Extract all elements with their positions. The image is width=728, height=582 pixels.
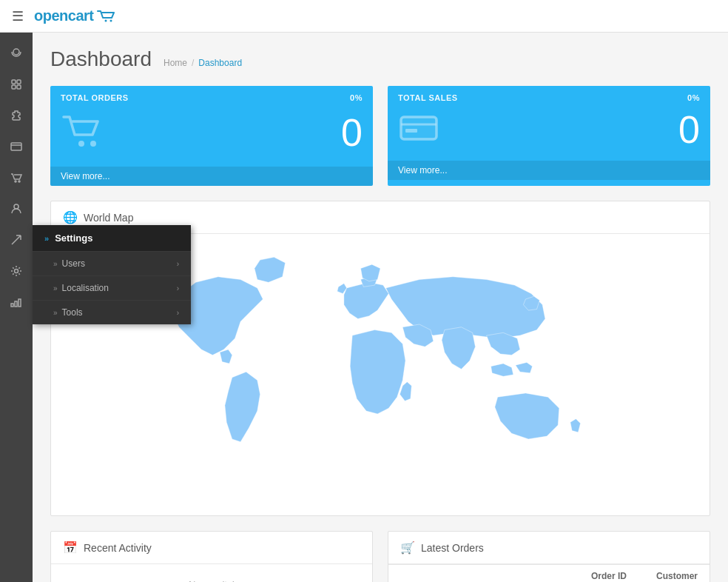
svg-point-0 bbox=[105, 19, 107, 21]
svg-rect-7 bbox=[11, 143, 21, 150]
recent-activity-title: Recent Activity bbox=[84, 542, 152, 554]
stat-card-total-orders: TOTAL ORDERS 0% 0 View more... bbox=[50, 86, 373, 186]
svg-rect-15 bbox=[18, 299, 21, 307]
bottom-row: 📅 Recent Activity No results! 🛒 Latest O… bbox=[50, 531, 710, 582]
svg-point-16 bbox=[78, 141, 84, 147]
cart-icon: 🛒 bbox=[400, 541, 415, 555]
svg-rect-13 bbox=[11, 304, 13, 307]
svg-rect-3 bbox=[12, 80, 16, 84]
recent-activity-card: 📅 Recent Activity No results! bbox=[50, 531, 373, 582]
stat-value-orders: 0 bbox=[341, 113, 363, 152]
orders-table-header: Order ID Customer bbox=[388, 564, 710, 582]
stat-label-sales: TOTAL SALES bbox=[398, 93, 458, 102]
page-header: Dashboard Home / Dashboard bbox=[50, 47, 710, 71]
col-order-id: Order ID bbox=[591, 571, 627, 581]
page-title: Dashboard bbox=[50, 47, 152, 71]
sidebar-item-reports[interactable] bbox=[0, 287, 33, 317]
breadcrumb-home[interactable]: Home bbox=[164, 58, 187, 68]
sidebar bbox=[0, 33, 33, 582]
recent-activity-empty: No results! bbox=[51, 564, 372, 582]
sidebar-item-customers[interactable] bbox=[0, 194, 33, 224]
svg-point-17 bbox=[90, 141, 96, 147]
svg-point-1 bbox=[110, 19, 112, 21]
stats-row: TOTAL ORDERS 0% 0 View more... bbox=[50, 86, 710, 186]
svg-rect-14 bbox=[15, 301, 17, 307]
stat-card-total-sales: TOTAL SALES 0% 0 View more... bbox=[388, 86, 710, 186]
sidebar-item-sales[interactable] bbox=[0, 163, 33, 193]
dropdown-header-label: Settings bbox=[55, 233, 92, 244]
dropdown-item-tools[interactable]: » Tools › bbox=[33, 300, 191, 324]
logo-cart-icon bbox=[96, 10, 118, 23]
col-customer: Customer bbox=[656, 571, 698, 581]
breadcrumb-current: Dashboard bbox=[198, 58, 242, 68]
stat-percent-orders: 0% bbox=[350, 93, 363, 102]
svg-point-10 bbox=[18, 181, 20, 182]
stat-icon-sales bbox=[398, 110, 439, 149]
dropdown-item-users[interactable]: » Users › bbox=[33, 251, 191, 275]
stat-value-sales: 0 bbox=[678, 110, 700, 149]
sidebar-item-dashboard[interactable] bbox=[0, 39, 33, 68]
dropdown-header[interactable]: » Settings bbox=[33, 225, 191, 251]
sidebar-item-marketing[interactable] bbox=[0, 225, 33, 255]
svg-rect-5 bbox=[12, 85, 16, 89]
calendar-icon: 📅 bbox=[63, 541, 78, 555]
svg-rect-20 bbox=[405, 129, 417, 133]
dropdown-item-localisation[interactable]: » Localisation › bbox=[33, 275, 191, 300]
stat-icon-orders bbox=[61, 110, 102, 155]
svg-point-2 bbox=[13, 49, 19, 55]
recent-activity-header: 📅 Recent Activity bbox=[51, 532, 372, 564]
sidebar-item-system[interactable] bbox=[0, 256, 33, 286]
latest-orders-title: Latest Orders bbox=[421, 542, 484, 554]
svg-rect-4 bbox=[17, 80, 21, 84]
sidebar-item-extensions[interactable] bbox=[0, 101, 33, 130]
svg-point-9 bbox=[15, 181, 16, 182]
sidebar-item-design[interactable] bbox=[0, 132, 33, 161]
stat-percent-sales: 0% bbox=[687, 93, 700, 102]
world-map-title: World Map bbox=[84, 212, 133, 224]
logo-text: opencart bbox=[34, 7, 93, 24]
svg-point-11 bbox=[14, 204, 18, 209]
latest-orders-header: 🛒 Latest Orders bbox=[388, 532, 710, 564]
main-layout: » Settings » Users › » Localisation › » … bbox=[0, 33, 728, 582]
topbar: ☰ opencart bbox=[0, 0, 728, 33]
breadcrumb: Home / Dashboard bbox=[164, 58, 242, 68]
svg-rect-18 bbox=[401, 117, 437, 139]
globe-icon: 🌐 bbox=[63, 210, 78, 224]
latest-orders-card: 🛒 Latest Orders Order ID Customer bbox=[388, 531, 710, 582]
dropdown-header-arrow: » bbox=[44, 234, 49, 243]
settings-dropdown: » Settings » Users › » Localisation › » … bbox=[33, 225, 191, 324]
sidebar-item-catalog[interactable] bbox=[0, 70, 33, 99]
stat-view-more-sales[interactable]: View more... bbox=[388, 161, 710, 180]
breadcrumb-separator: / bbox=[192, 58, 194, 68]
stat-view-more-orders[interactable]: View more... bbox=[50, 167, 373, 186]
stat-label-orders: TOTAL ORDERS bbox=[61, 93, 129, 102]
logo: opencart bbox=[34, 7, 118, 24]
menu-icon[interactable]: ☰ bbox=[12, 8, 24, 24]
world-map-svg bbox=[129, 249, 632, 501]
svg-point-12 bbox=[15, 270, 18, 273]
svg-rect-6 bbox=[17, 85, 21, 89]
